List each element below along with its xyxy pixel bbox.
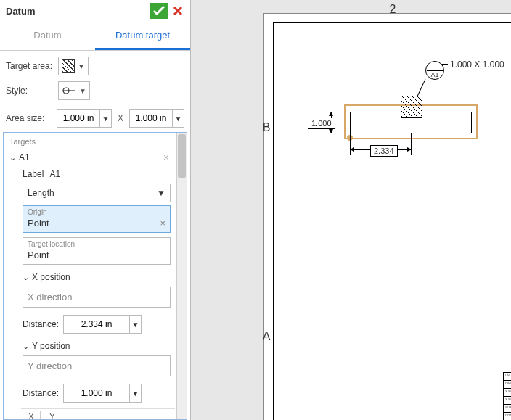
target-location-value: Point (28, 250, 49, 260)
area-width-field[interactable] (57, 113, 99, 123)
style-icon (62, 83, 76, 98)
targets-box: Targets ⌄ A1 × Label A1 Length ▼ Origin (3, 132, 187, 420)
vertical-dim-value[interactable]: 1.000 (308, 118, 335, 129)
label-key: Label (23, 169, 44, 179)
tabs: Datum Datum target (0, 22, 190, 51)
hatch-icon (62, 59, 75, 73)
area-height-field[interactable] (130, 113, 172, 123)
chevron-down-icon: ⌄ (23, 342, 29, 351)
x-axis-toggle[interactable]: X ↗ (23, 411, 41, 419)
balloon-note: 1.000 X 1.000 (450, 59, 504, 70)
chevron-down-icon: ▼ (79, 87, 86, 95)
title-block: UNLESS O DIMENSIO X.XX = ±. X.XXX = ± SU… (503, 372, 511, 420)
target-area-select[interactable]: ▼ (58, 57, 89, 75)
multiply-x: X (115, 113, 126, 123)
target-area-label: Target area: (6, 61, 54, 71)
scrollbar-thumb[interactable] (178, 134, 186, 178)
remove-target-button[interactable]: × (163, 152, 169, 163)
targets-scrollbar[interactable] (176, 133, 187, 419)
style-select[interactable]: ▼ (58, 81, 90, 100)
datum-panel: Datum Datum Datum target Target area: ▼ … (0, 0, 191, 420)
chevron-down-icon[interactable]: ▼ (129, 316, 141, 333)
x-position-header[interactable]: ⌄ X position (21, 269, 175, 285)
row-zone-b: B (261, 23, 271, 232)
length-label: Length (28, 188, 54, 198)
y-direction-input[interactable]: Y direction (23, 355, 171, 376)
close-icon (173, 6, 183, 16)
style-label: Style: (6, 86, 54, 96)
origin-tiny-label: Origin (23, 206, 170, 216)
x-direction-value: X direction (28, 292, 72, 302)
y-axis-toggle[interactable]: Y ↗ (44, 411, 61, 419)
ok-button[interactable] (150, 3, 168, 19)
tab-datum[interactable]: Datum (0, 22, 95, 50)
chevron-down-icon[interactable]: ▼ (129, 384, 141, 402)
target-location-input[interactable]: Target location Point (23, 237, 171, 265)
x-position-label: X position (32, 272, 70, 282)
targets-title: Targets (8, 136, 175, 149)
chevron-down-icon[interactable]: ▼ (172, 110, 184, 127)
panel-header: Datum (0, 0, 190, 22)
panel-title: Datum (6, 6, 35, 17)
drawing-sheet: 2 B A 1.000 X 1.000 A1 (263, 13, 511, 420)
length-select[interactable]: Length ▼ (23, 184, 171, 202)
x-header-label: X (28, 412, 33, 419)
balloon-leader (417, 79, 426, 96)
y-direction-value: Y direction (28, 361, 72, 371)
x-distance-field[interactable] (64, 319, 129, 329)
datum-target-balloon[interactable]: A1 (425, 61, 444, 80)
y-distance-field[interactable] (64, 388, 129, 398)
y-position-label: Y position (32, 341, 70, 351)
y-distance-label: Distance: (23, 388, 59, 398)
y-position-header[interactable]: ⌄ Y position (21, 338, 175, 354)
origin-value: Point (28, 218, 49, 228)
target-area-square[interactable] (401, 96, 422, 118)
target-a1-header[interactable]: ⌄ A1 × (8, 149, 175, 166)
y-distance-input[interactable]: ▼ (63, 384, 142, 403)
drawing-frame: B A 1.000 X 1.000 A1 (273, 22, 511, 420)
area-height-input[interactable]: ▼ (129, 109, 184, 128)
target-location-tiny-label: Target location (23, 238, 170, 248)
origin-input[interactable]: Origin Point × (23, 205, 171, 233)
area-size-label: Area size: (6, 113, 54, 123)
clear-origin-button[interactable]: × (160, 218, 165, 228)
drawing-canvas[interactable]: 2 B A 1.000 X 1.000 A1 (191, 0, 511, 420)
tab-datum-target[interactable]: Datum target (95, 22, 190, 50)
x-distance-label: Distance: (23, 319, 59, 329)
row-zone-a: A (261, 232, 271, 420)
chevron-down-icon[interactable]: ▼ (99, 110, 111, 127)
chevron-down-icon: ▼ (78, 62, 85, 70)
x-distance-input[interactable]: ▼ (63, 315, 142, 334)
column-zone-label: 2 (253, 3, 511, 16)
cancel-button[interactable] (170, 3, 186, 19)
y-header-label: Y (49, 412, 54, 419)
drawing-view: 1.000 X 1.000 A1 1.000 (306, 96, 481, 176)
check-icon (153, 6, 165, 16)
label-value: A1 (49, 169, 60, 179)
x-direction-input[interactable]: X direction (23, 287, 171, 308)
zone-divider (265, 234, 274, 234)
chevron-down-icon: ⌄ (23, 273, 29, 282)
target-a1-name: A1 (19, 152, 30, 162)
area-width-input[interactable]: ▼ (57, 109, 112, 128)
balloon-id: A1 (426, 71, 443, 78)
horizontal-dim-value[interactable]: 2.334 (370, 145, 398, 157)
chevron-down-icon: ▼ (157, 188, 165, 198)
chevron-down-icon: ⌄ (9, 153, 16, 162)
